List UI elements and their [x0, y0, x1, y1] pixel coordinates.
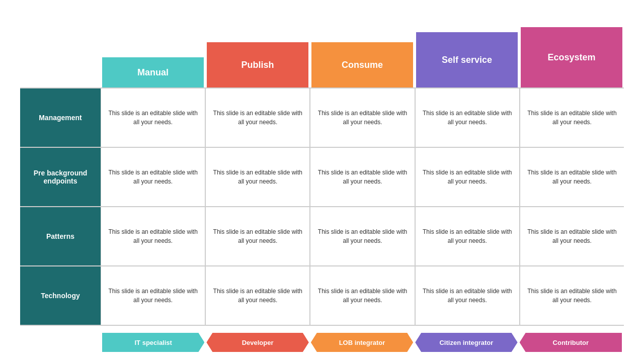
cell-3-3: This slide is an editable slide with all…	[415, 266, 520, 325]
cell-1-2: This slide is an editable slide with all…	[310, 148, 415, 206]
data-rows: ManagementThis slide is an editable slid…	[20, 87, 624, 326]
cell-3-4: This slide is an editable slide with all…	[520, 266, 624, 325]
footer-row: IT specialistDeveloperLOB integratorCiti…	[20, 333, 624, 352]
cell-3-1: This slide is an editable slide with all…	[205, 266, 310, 325]
data-row-3: TechnologyThis slide is an editable slid…	[20, 266, 624, 326]
cell-1-1: This slide is an editable slide with all…	[205, 148, 310, 206]
matrix-area: ManualPublishConsumeSelf serviceEcosyste…	[20, 27, 624, 326]
header-row: ManualPublishConsumeSelf serviceEcosyste…	[20, 27, 624, 87]
data-row-2: PatternsThis slide is an editable slide …	[20, 207, 624, 266]
cell-2-1: This slide is an editable slide with all…	[205, 207, 310, 265]
cell-2-3: This slide is an editable slide with all…	[415, 207, 520, 265]
cell-1-4: This slide is an editable slide with all…	[520, 148, 624, 206]
cell-3-2: This slide is an editable slide with all…	[310, 266, 415, 325]
cell-0-4: This slide is an editable slide with all…	[520, 88, 624, 147]
data-row-1: Pre background endpointsThis slide is an…	[20, 148, 624, 207]
cell-0-2: This slide is an editable slide with all…	[310, 88, 415, 147]
cell-0-1: This slide is an editable slide with all…	[205, 88, 310, 147]
col-header-ecosystem: Ecosystem	[521, 27, 622, 87]
row-label-0: Management	[20, 88, 101, 147]
footer-arrow-2: LOB integrator	[311, 333, 413, 352]
footer-arrow-4: Contributor	[520, 333, 622, 352]
cell-1-3: This slide is an editable slide with all…	[415, 148, 520, 206]
cell-0-0: This slide is an editable slide with all…	[101, 88, 205, 147]
cell-3-0: This slide is an editable slide with all…	[101, 266, 205, 325]
cell-2-2: This slide is an editable slide with all…	[310, 207, 415, 265]
slide: ManualPublishConsumeSelf serviceEcosyste…	[0, 0, 644, 362]
footer-arrow-3: Citizen integrator	[415, 333, 517, 352]
row-label-2: Patterns	[20, 207, 101, 265]
cell-1-0: This slide is an editable slide with all…	[101, 148, 205, 206]
col-header-selfservice: Self service	[416, 32, 518, 87]
cell-2-4: This slide is an editable slide with all…	[520, 207, 624, 265]
row-label-3: Technology	[20, 266, 101, 325]
col-header-manual: Manual	[102, 57, 204, 87]
col-header-publish: Publish	[207, 42, 308, 87]
row-label-1: Pre background endpoints	[20, 148, 101, 206]
cell-0-3: This slide is an editable slide with all…	[415, 88, 520, 147]
cell-2-0: This slide is an editable slide with all…	[101, 207, 205, 265]
col-header-consume: Consume	[311, 42, 413, 87]
footer-arrow-1: Developer	[206, 333, 308, 352]
footer-arrow-0: IT specialist	[102, 333, 204, 352]
data-row-0: ManagementThis slide is an editable slid…	[20, 88, 624, 148]
